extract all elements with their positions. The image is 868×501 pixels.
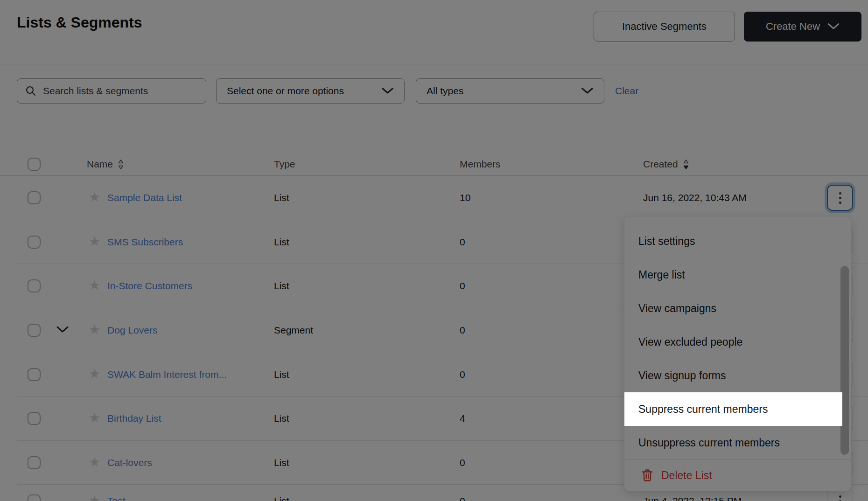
menu-item-view-signup-forms[interactable]: View signup forms bbox=[624, 359, 842, 392]
row-checkbox[interactable] bbox=[28, 191, 41, 204]
list-name-link[interactable]: SMS Subscribers bbox=[107, 237, 183, 248]
context-menu-items: List settings Merge list View campaigns … bbox=[624, 224, 851, 459]
row-checkbox[interactable] bbox=[28, 494, 41, 501]
row-type: List bbox=[274, 369, 289, 380]
menu-item-list-settings[interactable]: List settings bbox=[624, 224, 842, 258]
delete-list-label: Delete List bbox=[661, 469, 712, 482]
row-type: List bbox=[274, 192, 289, 203]
column-header-members[interactable]: Members bbox=[460, 159, 501, 170]
row-checkbox[interactable] bbox=[28, 456, 41, 469]
menu-item-unsuppress-current-members[interactable]: Unsuppress current members bbox=[624, 426, 842, 459]
chevron-down-icon bbox=[827, 21, 840, 33]
tags-filter-select[interactable]: Select one or more options bbox=[216, 78, 405, 104]
star-icon[interactable]: ★ bbox=[89, 494, 100, 501]
page-title: Lists & Segments bbox=[17, 14, 142, 31]
type-filter-value: All types bbox=[427, 85, 463, 97]
column-header-name[interactable]: Name bbox=[87, 159, 124, 170]
menu-scrollbar-thumb[interactable] bbox=[840, 266, 849, 455]
column-header-created[interactable]: Created bbox=[643, 159, 689, 170]
lists-and-segments-page: Lists & Segments Inactive Segments Creat… bbox=[0, 0, 868, 501]
menu-item-suppress-current-members[interactable]: Suppress current members bbox=[624, 392, 842, 426]
row-type: List bbox=[274, 413, 289, 424]
star-icon[interactable]: ★ bbox=[89, 323, 100, 336]
filter-bar: Select one or more options All types Cle… bbox=[0, 78, 868, 104]
row-actions-kebab-button[interactable] bbox=[827, 185, 853, 211]
column-header-type[interactable]: Type bbox=[274, 159, 295, 170]
search-icon bbox=[25, 85, 36, 97]
row-type: List bbox=[274, 457, 289, 468]
row-checkbox[interactable] bbox=[28, 412, 41, 425]
row-type: List bbox=[274, 280, 289, 292]
search-box[interactable] bbox=[17, 78, 206, 104]
list-name-link[interactable]: Test bbox=[107, 495, 126, 501]
list-name-link[interactable]: Cat-lovers bbox=[107, 457, 152, 468]
row-checkbox[interactable] bbox=[28, 236, 41, 249]
create-new-label: Create New bbox=[766, 21, 820, 33]
star-icon[interactable]: ★ bbox=[89, 279, 100, 292]
row-checkbox[interactable] bbox=[28, 324, 41, 337]
star-icon[interactable]: ★ bbox=[89, 456, 100, 469]
expand-chevron-icon[interactable] bbox=[56, 326, 69, 335]
row-members: 0 bbox=[460, 325, 465, 336]
chevron-down-icon bbox=[381, 85, 394, 97]
row-type: List bbox=[274, 495, 289, 501]
row-members: 0 bbox=[460, 237, 465, 248]
menu-item-view-campaigns[interactable]: View campaigns bbox=[624, 292, 842, 325]
header-divider bbox=[0, 64, 868, 64]
list-name-link[interactable]: SWAK Balm Interest from... bbox=[107, 369, 227, 380]
table-header: Name Type Members Created bbox=[0, 153, 868, 175]
menu-item-view-excluded-people[interactable]: View excluded people bbox=[624, 325, 842, 359]
tags-filter-value: Select one or more options bbox=[227, 85, 344, 97]
type-filter-select[interactable]: All types bbox=[416, 78, 604, 104]
star-icon[interactable]: ★ bbox=[89, 368, 100, 381]
row-members: 0 bbox=[460, 495, 465, 501]
row-members: 4 bbox=[460, 413, 465, 424]
row-members: 0 bbox=[460, 369, 465, 380]
star-icon[interactable]: ★ bbox=[89, 235, 100, 248]
row-members: 0 bbox=[460, 457, 465, 468]
list-name-link[interactable]: Birthday List bbox=[107, 413, 161, 424]
row-checkbox[interactable] bbox=[28, 368, 41, 381]
trash-icon bbox=[641, 469, 653, 482]
row-type: List bbox=[274, 237, 289, 248]
inactive-segments-button[interactable]: Inactive Segments bbox=[594, 12, 735, 42]
row-type: Segment bbox=[274, 325, 313, 336]
menu-item-delete-list[interactable]: Delete List bbox=[624, 460, 851, 491]
create-new-button[interactable]: Create New bbox=[744, 12, 861, 42]
row-created: Jun 4, 2022, 12:15 PM bbox=[643, 495, 742, 501]
sort-icon[interactable] bbox=[118, 159, 124, 170]
table-row: ★ Sample Data List List 10 Jun 16, 2022,… bbox=[0, 176, 868, 220]
clear-filters-link[interactable]: Clear bbox=[615, 85, 638, 97]
row-actions-context-menu: List settings Merge list View campaigns … bbox=[624, 216, 851, 491]
row-members: 0 bbox=[460, 280, 465, 292]
star-icon[interactable]: ★ bbox=[89, 191, 100, 204]
star-icon[interactable]: ★ bbox=[89, 411, 100, 424]
list-name-link[interactable]: Sample Data List bbox=[107, 192, 182, 203]
row-created: Jun 16, 2022, 10:43 AM bbox=[643, 192, 747, 203]
sort-desc-icon[interactable] bbox=[683, 159, 689, 170]
select-all-checkbox[interactable] bbox=[28, 158, 41, 171]
menu-item-merge-list[interactable]: Merge list bbox=[624, 258, 842, 292]
search-input[interactable] bbox=[42, 85, 198, 97]
segment-name-link[interactable]: Dog Lovers bbox=[107, 325, 157, 336]
inactive-segments-label: Inactive Segments bbox=[622, 21, 707, 33]
row-members: 10 bbox=[460, 192, 470, 203]
row-checkbox[interactable] bbox=[28, 279, 41, 292]
list-name-link[interactable]: In-Store Customers bbox=[107, 280, 192, 292]
chevron-down-icon bbox=[581, 85, 594, 97]
